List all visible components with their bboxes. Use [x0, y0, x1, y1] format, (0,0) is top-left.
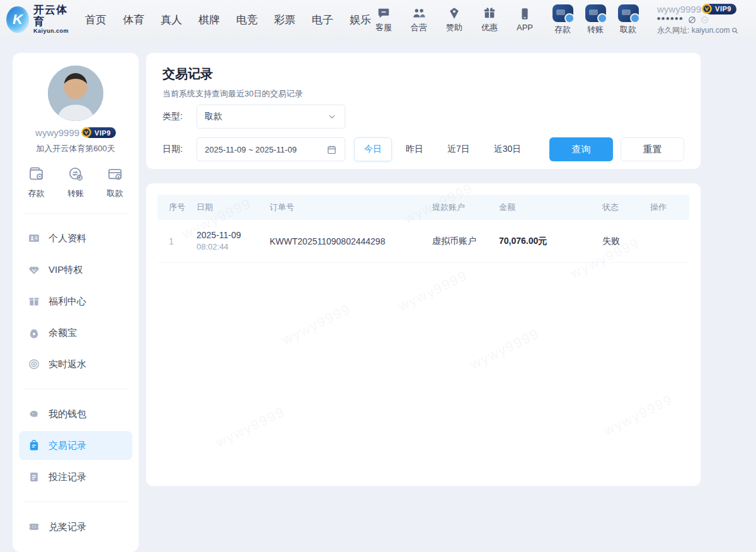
sidebar-item-prizes[interactable]: 兑奖记录: [19, 512, 132, 541]
table-header-row: 序号 日期 订单号 提款账户 金额 状态 操作: [158, 195, 689, 220]
chevron-circle-icon[interactable]: [701, 16, 709, 24]
range-30days-button[interactable]: 近30日: [484, 137, 532, 161]
phone-icon: [518, 7, 532, 21]
main-nav: 首页 体育 真人 棋牌 电竞 彩票 电子 娱乐: [85, 13, 371, 27]
nav-item-live[interactable]: 真人: [161, 13, 182, 27]
sidebar-item-yuebao[interactable]: 余额宝: [19, 318, 132, 347]
date-quick-ranges: 今日 昨日 近7日 近30日: [354, 137, 531, 161]
brand-logo-icon: K: [6, 6, 29, 33]
topbar-transfer[interactable]: 转账: [583, 4, 608, 35]
table-row: 1 2025-11-09 08:02:44 KWWT20251109080244…: [158, 220, 689, 263]
service-sponsor[interactable]: 赞助: [442, 6, 467, 33]
ticket-icon: [28, 520, 40, 533]
watermark-text: wywy9999: [213, 404, 287, 451]
sidebar-item-profile[interactable]: 个人资料: [19, 224, 132, 253]
range-yesterday-button[interactable]: 昨日: [396, 137, 433, 161]
permanent-url: 永久网址: kaiyun.com: [657, 25, 730, 36]
money-pot-icon: [28, 326, 40, 339]
watermark-text: wywy9999: [468, 325, 542, 372]
range-7days-button[interactable]: 近7日: [437, 137, 480, 161]
magnifier-icon[interactable]: [731, 26, 739, 35]
sidebar-item-label: 福利中心: [49, 296, 86, 308]
topbar-transfer-label: 转账: [587, 24, 604, 35]
sidebar-item-label: 投注记录: [49, 471, 86, 483]
topbar-withdraw[interactable]: 取款: [616, 4, 641, 35]
ledger-icon: [28, 439, 40, 452]
row-order-no: KWWT202511090802444298: [270, 236, 432, 246]
sidebar-withdraw-label: 取款: [107, 188, 123, 199]
nav-item-sports[interactable]: 体育: [123, 13, 144, 27]
sidebar-item-label: 交易记录: [49, 440, 86, 452]
masked-balance: ******: [657, 16, 684, 24]
service-promo[interactable]: 优惠: [477, 6, 502, 33]
profile-username: wywy9999: [35, 127, 79, 138]
main-content: 交易记录 当前系统支持查询最近30日的交易记录 类型: 取款 日期: 2025-…: [146, 53, 701, 486]
card-icon: [106, 166, 123, 183]
date-range-value: 2025-11-09 ~ 2025-11-09: [205, 145, 297, 154]
col-header-order: 订单号: [270, 202, 432, 213]
sidebar-withdraw[interactable]: 取款: [106, 166, 123, 199]
sidebar-transfer-label: 转账: [67, 188, 84, 199]
nav-item-slots[interactable]: 电子: [312, 13, 333, 27]
col-header-date: 日期: [197, 202, 270, 213]
sidebar-divider: [23, 213, 129, 214]
sidebar-deposit-label: 存款: [28, 188, 45, 199]
row-amount: 70,076.00元: [499, 236, 602, 247]
sidebar-item-transactions[interactable]: 交易记录: [19, 431, 132, 460]
profile-avatar[interactable]: [48, 66, 103, 121]
service-support-label: 客服: [375, 22, 392, 33]
sidebar-item-welfare[interactable]: 福利中心: [19, 287, 132, 316]
service-app[interactable]: APP: [512, 7, 537, 32]
page-subtitle: 当前系统支持查询最近30日的交易记录: [163, 88, 684, 100]
withdraw-icon: [618, 4, 639, 22]
sidebar-item-label: 兑奖记录: [49, 521, 86, 533]
row-time-value: 08:02:44: [197, 241, 270, 253]
sidebar-item-messages[interactable]: 消息中心 99+: [19, 544, 132, 552]
sidebar-item-label: 我的钱包: [49, 408, 86, 420]
exchange-icon: [67, 166, 84, 183]
username: wywy9999: [657, 4, 701, 14]
watermark-text: wywy9999: [601, 391, 675, 439]
reset-button[interactable]: 重置: [621, 137, 684, 161]
eye-slash-icon[interactable]: [687, 15, 697, 25]
nav-item-boardgames[interactable]: 棋牌: [198, 13, 220, 27]
brand-logo[interactable]: K 开云体育 Kaiyun.com: [6, 4, 72, 34]
sidebar-item-label: 个人资料: [49, 233, 86, 244]
col-header-amount: 金额: [499, 202, 602, 213]
nav-item-lottery[interactable]: 彩票: [274, 13, 295, 27]
user-info-box: wywy9999 VIP9 ****** 永久网址: kaiyun.com: [657, 4, 752, 36]
nav-item-home[interactable]: 首页: [85, 13, 106, 27]
range-today-button[interactable]: 今日: [354, 137, 392, 161]
watermark-text: wywy9999: [279, 301, 353, 348]
topbar-deposit[interactable]: 存款: [550, 4, 575, 35]
type-select[interactable]: 取款: [197, 105, 345, 129]
nav-item-esports[interactable]: 电竞: [236, 13, 258, 27]
gift-box-icon: [28, 295, 40, 308]
top-bar: K 开云体育 Kaiyun.com 首页 体育 真人 棋牌 电竞 彩票 电子 娱…: [0, 0, 756, 39]
date-range-input[interactable]: 2025-11-09 ~ 2025-11-09: [197, 137, 345, 161]
brand-name: 开云体育: [33, 4, 72, 28]
sidebar-transfer[interactable]: 转账: [67, 166, 84, 199]
query-button[interactable]: 查询: [549, 137, 613, 161]
sidebar-item-vip[interactable]: VIP特权: [19, 255, 132, 284]
row-date-value: 2025-11-09: [197, 229, 270, 241]
nav-item-entertainment[interactable]: 娱乐: [350, 13, 371, 27]
page-title: 交易记录: [163, 66, 684, 82]
row-date: 2025-11-09 08:02:44: [197, 229, 270, 253]
col-header-index: 序号: [169, 202, 197, 213]
profile-vip-label: VIP9: [94, 129, 111, 137]
vip-medal-icon: [80, 126, 93, 139]
row-index: 1: [169, 236, 197, 246]
sidebar-item-wallet[interactable]: 我的钱包: [19, 400, 132, 428]
sidebar-deposit[interactable]: 存款: [28, 166, 45, 199]
sidebar-divider: [23, 389, 129, 389]
service-support[interactable]: 客服: [371, 6, 396, 33]
watermark-text: wywy9999: [396, 268, 470, 315]
sidebar-item-label: 实时返水: [49, 359, 86, 371]
piggy-bank-icon: [28, 408, 40, 420]
sidebar-item-rebate[interactable]: 实时返水: [19, 350, 132, 379]
target-icon: [28, 358, 40, 371]
col-header-action: 操作: [650, 202, 678, 213]
sidebar-item-bets[interactable]: 投注记录: [19, 463, 132, 492]
service-partner[interactable]: 合营: [406, 6, 432, 33]
